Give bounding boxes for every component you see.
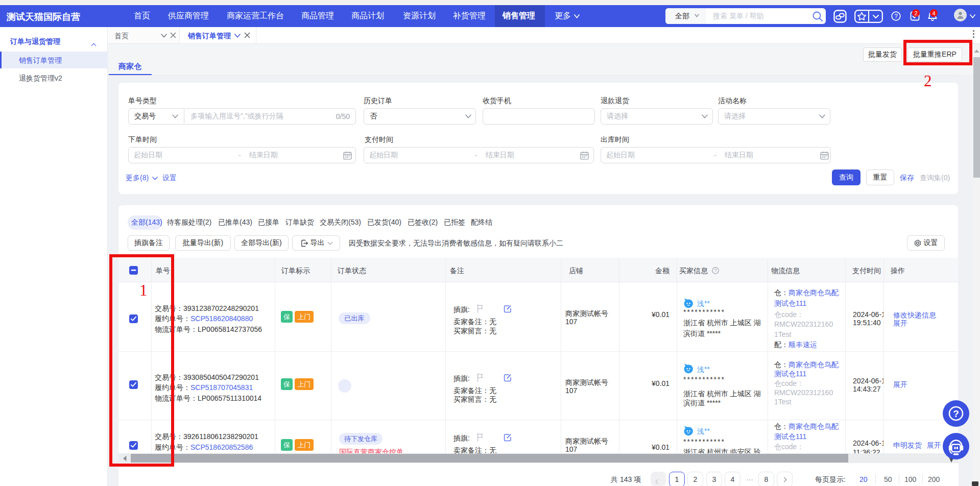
- svg-text:?: ?: [894, 13, 898, 20]
- svg-text:?: ?: [953, 408, 959, 419]
- svg-text:?: ?: [714, 268, 716, 273]
